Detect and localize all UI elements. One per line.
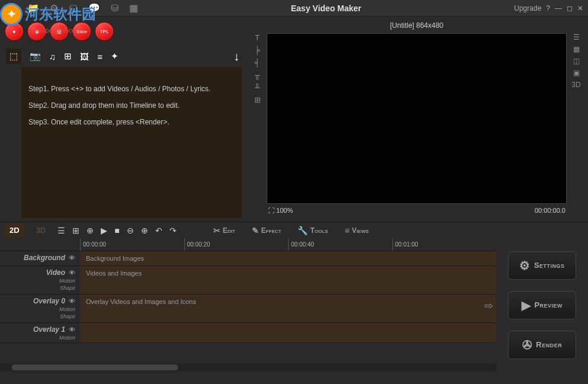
instructions-area: Step1. Press <+> to add Videos / Audios … [21, 66, 242, 219]
align-top-icon[interactable]: ╥ [254, 71, 260, 79]
wand2-icon: ✎ [252, 226, 259, 235]
grid-icon[interactable]: ⊞ [254, 95, 261, 104]
preview-title: [Untitle] 864x480 [250, 21, 583, 33]
colors-icon[interactable]: ▦ [129, 2, 138, 14]
align-right-icon[interactable]: ╡ [254, 58, 260, 67]
close-icon[interactable]: ✕ [577, 4, 583, 12]
timecode: 00:00:00.0 [535, 207, 565, 214]
watermark-logo: ✦ [0, 3, 23, 25]
grid-view-icon[interactable]: ⊞ [72, 226, 79, 235]
fullscreen-icon[interactable]: ⛶ 100% [268, 207, 293, 214]
gear2-icon: ⚙ [519, 258, 531, 273]
preview-right-tools: ☰ ▦ ◫ ▣ 3D [569, 33, 583, 204]
tools-section-button[interactable]: 🔧Tools [293, 226, 333, 235]
time-mark: 00:00:00 [80, 238, 184, 251]
add-media-icon[interactable]: ⊞ [64, 51, 72, 62]
play2-icon: ▶ [522, 298, 531, 312]
align-bottom-icon[interactable]: ╨ [254, 83, 260, 92]
track-background[interactable]: Background👁 Background Images [0, 251, 496, 266]
music-icon[interactable]: ♫ [49, 52, 56, 62]
up-icon[interactable]: ⊕ [87, 226, 94, 235]
mode-3d-button[interactable]: 3D [31, 223, 51, 237]
3d-icon[interactable]: 3D [571, 81, 580, 89]
layers-icon[interactable]: ◫ [573, 57, 580, 65]
render-button[interactable]: ✇Render [508, 331, 576, 359]
camera-icon[interactable]: 📷 [30, 51, 41, 62]
views-section-button[interactable]: ≡Views [340, 226, 373, 235]
eye-icon[interactable]: 👁 [69, 326, 75, 333]
watermark-text: 河东软件园 [25, 5, 96, 24]
eye-icon[interactable]: 👁 [69, 254, 75, 261]
instruction-step2: Step2. Drag and drop them into Timeline … [28, 101, 235, 110]
arrow-right-icon: ⇨ [484, 299, 493, 312]
tpl-button[interactable]: TPL [95, 22, 114, 41]
wrench-icon: 🔧 [298, 226, 308, 235]
timeline: 00:00:00 00:00:20 00:00:40 00:01:00 Back… [0, 238, 496, 372]
redo-icon[interactable]: ↷ [170, 226, 177, 235]
effect-section-button[interactable]: ✎Effect [247, 226, 286, 235]
stop-icon[interactable]: ■ [114, 226, 119, 235]
text-tool-icon[interactable]: T [255, 33, 260, 42]
scrollbar-thumb[interactable] [12, 364, 178, 370]
time-mark: 00:00:20 [184, 238, 289, 251]
menu-icon[interactable]: ☰ [573, 33, 580, 41]
watermark-overlay: ✦ 河东软件园 www.pc0359.cn [0, 3, 96, 25]
instruction-step1: Step1. Press <+> to add Videos / Audios … [28, 85, 235, 93]
mode-2d-button[interactable]: 2D [5, 223, 24, 237]
undo-icon[interactable]: ↶ [155, 226, 162, 235]
preview-button[interactable]: ▶Preview [508, 291, 576, 319]
list-icon[interactable]: ☰ [57, 226, 65, 235]
track-overlay0[interactable]: Overlay 0👁MotionShape Overlay Videos and… [0, 295, 496, 323]
action-panel: ⚙Settings ▶Preview ✇Render [496, 238, 588, 372]
preview-screen[interactable] [267, 33, 567, 204]
align-left-icon[interactable]: ╞ [254, 46, 260, 55]
track-video[interactable]: Video👁MotionShape Videos and Images [0, 266, 496, 295]
minimize-icon[interactable]: — [555, 4, 562, 12]
help-icon[interactable]: ? [546, 4, 550, 12]
timeline-scrollbar[interactable] [0, 363, 496, 372]
download-icon[interactable]: ↓ [234, 50, 239, 63]
instruction-step3: Step3. Once edit complete, press <Render… [28, 118, 235, 126]
film-icon[interactable]: ⬚ [6, 49, 21, 64]
reel-icon: ✇ [522, 338, 533, 352]
zoom-in-icon[interactable]: ⊕ [141, 226, 148, 235]
eye-icon[interactable]: 👁 [69, 297, 75, 305]
scissors-icon: ✂ [213, 226, 220, 235]
puzzle-icon[interactable]: ✦ [111, 51, 119, 62]
eye-icon[interactable]: 👁 [69, 269, 75, 276]
media-panel: ● ◉ ▤ Slide TPL ⬚ 📷 ♫ ⊞ 🖼 ≡ ✦ ↓ Step1. P… [0, 17, 245, 222]
zoom-out-icon[interactable]: ⊖ [127, 226, 134, 235]
box-icon[interactable]: ▣ [573, 69, 580, 77]
watermark-url: www.pc0359.cn [30, 27, 75, 34]
timeline-toolbar: 2D 3D ☰ ⊞ ⊕ ▶ ■ ⊖ ⊕ ↶ ↷ ✂Edit ✎Effect 🔧T… [0, 222, 588, 238]
text-icon[interactable]: ≡ [97, 52, 103, 62]
time-mark: 00:01:00 [392, 238, 497, 251]
settings-button[interactable]: ⚙Settings [508, 251, 576, 280]
track-overlay1[interactable]: Overlay 1👁Motion [0, 323, 496, 343]
layer-icon[interactable]: ▦ [573, 45, 580, 53]
maximize-icon[interactable]: ◻ [567, 4, 573, 12]
preview-panel: [Untitle] 864x480 T ╞ ╡ ╥ ╨ ⊞ ☰ ▦ ◫ ▣ 3D… [245, 17, 588, 222]
image-icon[interactable]: 🖼 [80, 52, 89, 62]
edit-section-button[interactable]: ✂Edit [209, 226, 240, 235]
time-ruler[interactable]: 00:00:00 00:00:20 00:00:40 00:01:00 [0, 238, 496, 251]
upgrade-link[interactable]: Upgrade [514, 4, 541, 12]
database-icon[interactable]: ⛁ [111, 2, 119, 14]
lines-icon: ≡ [344, 226, 349, 235]
play-icon[interactable]: ▶ [101, 226, 107, 235]
media-tabs: ⬚ 📷 ♫ ⊞ 🖼 ≡ ✦ ↓ [0, 46, 245, 66]
preview-left-tools: T ╞ ╡ ╥ ╨ ⊞ [250, 33, 264, 204]
app-title: Easy Video Maker [138, 4, 514, 13]
time-mark: 00:00:40 [288, 238, 392, 251]
